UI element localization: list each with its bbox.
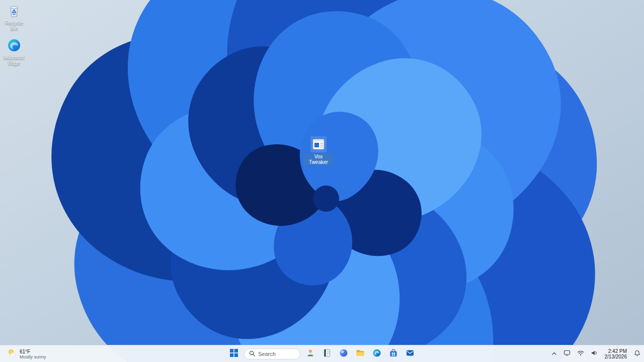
vox-tweaker-icon (310, 136, 327, 152)
taskbar-icon-notepad[interactable] (320, 347, 334, 360)
system-tray: 2:42 PM 2/13/2026 (550, 345, 642, 362)
speaker-icon (591, 349, 598, 358)
taskbar-icon-edge[interactable] (370, 347, 383, 360)
recycle-bin-icon (6, 3, 22, 19)
taskbar-icon-mail[interactable] (404, 347, 417, 360)
clock-date: 2/13/2026 (605, 354, 627, 359)
copilot-icon (339, 348, 348, 359)
chevron-up-icon (551, 349, 557, 358)
clock-time: 2:42 PM (608, 348, 627, 354)
taskbar-icon-file-explorer[interactable] (354, 347, 367, 360)
desktop-icon-recycle-bin[interactable]: Recycle Bin (0, 3, 29, 32)
mail-icon (406, 348, 415, 359)
weather-temperature: 61°F (20, 349, 46, 354)
sun-behind-cloud-icon (7, 348, 17, 360)
desktop-icon-vox-tweaker[interactable]: Vox Tweaker (303, 136, 334, 165)
tray-display-button[interactable] (562, 347, 572, 360)
search-input[interactable] (258, 351, 293, 357)
taskbar-icon-microsoft-store[interactable] (387, 347, 400, 360)
desktop-icon-label: Microsoft Edge (0, 54, 29, 66)
taskbar-icon-people[interactable] (304, 347, 317, 360)
volume-button[interactable] (589, 347, 599, 360)
taskbar-search[interactable] (244, 348, 300, 359)
folder-icon (356, 348, 365, 359)
windows-logo-icon (230, 349, 238, 359)
bell-icon (634, 349, 640, 358)
desktop-screen: Recycle Bin Microsoft Edge (0, 0, 644, 362)
start-button[interactable] (227, 347, 240, 360)
desktop-icon-label: Vox Tweaker (304, 153, 333, 165)
network-button[interactable] (576, 347, 586, 360)
widgets-weather-button[interactable]: 61°F Mostly sunny (3, 345, 50, 362)
person-icon (306, 348, 315, 359)
weather-text: 61°F Mostly sunny (20, 349, 46, 359)
notifications-button[interactable] (632, 347, 642, 360)
desktop-icon-label: Recycle Bin (0, 20, 29, 32)
desktop-icon-microsoft-edge[interactable]: Microsoft Edge (0, 37, 29, 66)
edge-icon (6, 37, 22, 53)
taskbar-center (227, 345, 417, 362)
desktop-wallpaper (0, 0, 644, 362)
search-icon (249, 349, 255, 358)
display-icon (564, 349, 571, 358)
taskbar: 61°F Mostly sunny (0, 345, 644, 362)
hidden-icons-button[interactable] (550, 347, 558, 360)
weather-condition: Mostly sunny (20, 354, 46, 359)
edge-icon (372, 348, 381, 359)
wifi-icon (577, 349, 584, 358)
store-bag-icon (389, 348, 398, 359)
clock[interactable]: 2:42 PM 2/13/2026 (603, 348, 629, 359)
notepad-icon (323, 348, 332, 359)
taskbar-icon-copilot[interactable] (337, 347, 350, 360)
